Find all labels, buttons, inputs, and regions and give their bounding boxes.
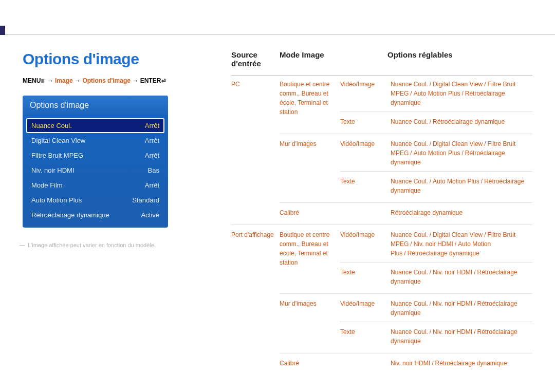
options-cell: Nuance Coul./Niv. noir HDMI/Rétroéclaira…: [391, 327, 532, 346]
submode-cell: Vidéo/Image: [340, 139, 391, 148]
arrow: →: [75, 77, 81, 84]
submode-cell: Texte: [340, 327, 391, 337]
col-a-header: Source d'entrée: [231, 50, 280, 68]
menu-item[interactable]: Auto Motion PlusStandard: [26, 193, 164, 208]
arrow: →: [47, 77, 53, 84]
options-panel: Options d'image Nuance Coul.ArrêtDigital…: [23, 96, 168, 228]
breadcrumb-enter: ENTER: [140, 77, 161, 84]
menu-item-value: Activé: [141, 211, 159, 219]
menu-item-label: Nuance Coul.: [31, 122, 72, 129]
options-cell: Niv. noir HDMI/Rétroéclairage dynamique: [391, 359, 532, 368]
submode-cell: Vidéo/Image: [340, 230, 391, 239]
menu-item[interactable]: Niv. noir HDMIBas: [26, 163, 164, 178]
breadcrumb-menu: MENU: [23, 77, 41, 84]
page-title: Options d'image: [23, 50, 218, 68]
source-cell: PC: [231, 80, 280, 89]
header-rule: [5, 34, 555, 35]
menu-item-label: Mode Film: [31, 181, 63, 189]
options-cell: Nuance Coul./Niv. noir HDMI/Rétroéclaira…: [391, 299, 532, 318]
menu-icon: Ⅲ: [41, 78, 45, 84]
menu-item-value: Standard: [132, 196, 159, 204]
mode-cell: Calibré: [280, 208, 340, 217]
menu-item-label: Niv. noir HDMI: [31, 166, 75, 174]
options-cell: Nuance Coul./Rétroéclairage dynamique: [391, 117, 532, 126]
menu-item-value: Arrêt: [145, 181, 159, 189]
menu-item-value: Bas: [148, 166, 159, 174]
mode-cell: Boutique et centre comm., Bureau et écol…: [280, 230, 340, 267]
arrow: →: [132, 77, 138, 84]
options-cell: Nuance Coul./Digital Clean View/Filtre B…: [391, 139, 532, 167]
mode-cell: Calibré: [280, 359, 340, 368]
menu-item[interactable]: Rétroéclairage dynamiqueActivé: [26, 208, 164, 222]
mode-cell: Mur d'images: [280, 139, 340, 148]
menu-item[interactable]: Nuance Coul.Arrêt: [26, 118, 164, 133]
menu-item-label: Auto Motion Plus: [31, 196, 82, 204]
submode-cell: Texte: [340, 117, 391, 126]
options-table: PCBoutique et centre comm., Bureau et éc…: [231, 80, 532, 372]
menu-item-label: Digital Clean View: [31, 137, 85, 144]
submode-cell: Vidéo/Image: [340, 80, 391, 89]
submode-cell: Vidéo/Image: [340, 299, 391, 308]
source-cell: Port d'affichage: [231, 230, 280, 239]
options-cell: Nuance Coul./Niv. noir HDMI/Rétroéclaira…: [391, 268, 532, 286]
table-header: Source d'entrée Mode Image Options régla…: [231, 50, 532, 76]
menu-item[interactable]: Filtre Bruit MPEGArrêt: [26, 148, 164, 163]
breadcrumb: MENUⅢ → Image → Options d'image → ENTER⏎: [23, 77, 218, 84]
options-cell: Nuance Coul./Digital Clean View/Filtre B…: [391, 230, 532, 258]
footnote: L'image affichée peut varier en fonction…: [23, 242, 218, 248]
breadcrumb-options: Options d'image: [82, 77, 131, 84]
mode-cell: Mur d'images: [280, 299, 340, 308]
options-cell: Rétroéclairage dynamique: [391, 208, 532, 217]
breadcrumb-image: Image: [55, 77, 73, 84]
menu-item-value: Arrêt: [145, 152, 159, 159]
options-cell: Nuance Coul./Auto Motion Plus/Rétroéclai…: [391, 177, 532, 195]
col-b-header: Mode Image: [280, 50, 387, 68]
menu-item[interactable]: Mode FilmArrêt: [26, 178, 164, 193]
menu-item-label: Filtre Bruit MPEG: [31, 152, 83, 159]
menu-item[interactable]: Digital Clean ViewArrêt: [26, 133, 164, 148]
menu-item-value: Arrêt: [145, 137, 159, 144]
enter-icon: ⏎: [161, 78, 166, 84]
options-cell: Nuance Coul./Digital Clean View/Filtre B…: [391, 80, 532, 107]
menu-item-label: Rétroéclairage dynamique: [31, 211, 109, 219]
submode-cell: Texte: [340, 177, 391, 186]
col-c-header: Options réglables: [387, 50, 532, 68]
menu-item-value: Arrêt: [145, 122, 159, 129]
submode-cell: Texte: [340, 268, 391, 277]
header-tab-marker: [0, 26, 5, 35]
panel-title: Options d'image: [23, 96, 168, 115]
mode-cell: Boutique et centre comm., Bureau et écol…: [280, 80, 340, 117]
